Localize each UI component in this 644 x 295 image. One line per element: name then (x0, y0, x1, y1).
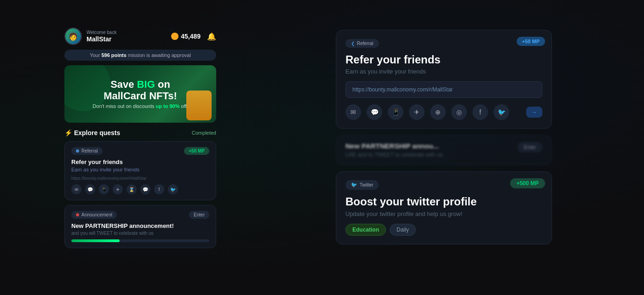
chat-share-icon[interactable]: 💬 (85, 184, 95, 194)
section-title: ⚡ Explore quests (64, 129, 120, 136)
chat-share-lg[interactable]: 💬 (367, 104, 382, 120)
mission-prefix: Your (90, 52, 100, 58)
referral-card-large[interactable]: ❮ Referral +50 MP Refer your friends Ear… (336, 30, 552, 129)
referral-title-small: Refer your friends (71, 159, 209, 165)
right-panel: ❮ Referral +50 MP Refer your friends Ear… (336, 30, 552, 244)
enter-button-small[interactable]: Enter (189, 211, 209, 219)
referral-url-display: https://bounty.mallconomy.com/r/MallStar (345, 81, 542, 98)
banner-on: on (158, 79, 170, 90)
whatsapp-share-lg[interactable]: 📱 (388, 104, 403, 120)
ann-tag-label: Announcement (81, 212, 112, 217)
overlay-sub: LRE and to TWEET to celebrate with us (345, 152, 443, 158)
welcome-block: Welcome back MallStar (86, 30, 116, 43)
coin-icon (171, 33, 178, 40)
twitter-tag: 🐦 Twitter (345, 180, 379, 190)
wechat-share-icon[interactable]: ⌛ (126, 184, 137, 194)
ann-tag-dot (76, 213, 79, 216)
banner-pct: up to 90% (156, 103, 180, 109)
share-icons-small: ✉ 💬 📱 ✈ ⌛ 💬 f 🐦 (71, 184, 209, 194)
twitter-share-lg[interactable]: 🐦 (494, 104, 509, 120)
referral-subtitle-small: Earn as you invite your friends (71, 167, 209, 172)
quest-card-header: Referral +50 MP (71, 147, 209, 155)
banner-subtitle: Don't miss out on discounts up to 90% of… (92, 103, 188, 109)
daily-tag: Daily (390, 224, 416, 236)
share-more-button[interactable]: → (526, 107, 542, 118)
messenger-share-lg[interactable]: ◎ (451, 104, 467, 120)
twitter-card-sub: Update your twitter profile and help us … (345, 210, 542, 217)
twitter-tags: Education Daily (345, 224, 542, 236)
twitter-tag-text: Twitter (360, 182, 373, 187)
tag-dot (76, 149, 79, 153)
avatar-image: 🧑 (65, 28, 81, 44)
announcement-card-small[interactable]: Announcement Enter New PARTNERSHIP annou… (64, 205, 216, 248)
section-completed: Completed (192, 130, 216, 136)
whatsapp-share-icon[interactable]: 📱 (99, 184, 109, 194)
mp-badge-large: +50 MP (517, 37, 545, 46)
twitter-card-title: Boost your twitter profile (345, 195, 542, 208)
mission-suffix: mission is awaiting approval (128, 52, 191, 58)
username-label: MallStar (86, 35, 116, 43)
referral-tag: Referral (71, 147, 103, 155)
email-share-icon[interactable]: ✉ (71, 184, 81, 194)
ann-title: New PARTNERSHIP announcement! (71, 222, 209, 229)
left-panel: 🧑 Welcome back MallStar 45,489 🔔 Your 59… (64, 28, 216, 253)
mission-bar: Your 596 points mission is awaiting appr… (64, 50, 216, 61)
ann-card-header: Announcement Enter (71, 211, 209, 219)
referral-quest-card-small[interactable]: Referral +50 MP Refer your friends Earn … (64, 141, 216, 200)
overlay-title: New PARTNERSHIP annou... (345, 142, 443, 150)
referral-title-large: Refer your friends (345, 53, 542, 66)
referral-tag-large: ❮ Referral (345, 39, 379, 48)
email-share-lg[interactable]: ✉ (345, 104, 361, 120)
coin-amount: 45,489 (181, 33, 201, 40)
banner-title: Save BIG on MallCard NFTs! (104, 79, 177, 101)
mission-points: 596 points (101, 52, 126, 58)
overlay-announcement-card: New PARTNERSHIP annou... LRE and to TWEE… (336, 135, 552, 165)
referral-tag-label: Referral (81, 148, 98, 153)
twitter-icon: 🐦 (351, 182, 357, 188)
referral-sub-large: Earn as you invite your friends (345, 68, 542, 75)
messenger-share-icon[interactable]: 💬 (140, 184, 150, 194)
banner-save: Save (110, 79, 134, 90)
referral-tag-text-large: Referral (357, 41, 374, 46)
wechat-share-lg[interactable]: ⊕ (430, 104, 446, 120)
promo-banner[interactable]: Save BIG on MallCard NFTs! Don't miss ou… (64, 65, 216, 123)
telegram-share-icon[interactable]: ✈ (113, 184, 123, 194)
progress-bar (71, 239, 209, 242)
referral-url-small: https://bounty.mallconomy.com/r/MallStar (71, 176, 209, 181)
banner-big: BIG (137, 79, 155, 90)
bell-icon[interactable]: 🔔 (207, 32, 216, 41)
enter-button-overlay[interactable]: Enter (518, 142, 542, 152)
section-header: ⚡ Explore quests Completed (64, 129, 216, 136)
announcement-tag: Announcement (71, 211, 117, 219)
facebook-share-lg[interactable]: f (472, 104, 488, 120)
user-info: 🧑 Welcome back MallStar (64, 28, 116, 45)
welcome-text: Welcome back (86, 30, 116, 35)
avatar: 🧑 (64, 28, 82, 45)
telegram-share-lg[interactable]: ✈ (409, 104, 425, 120)
progress-fill (71, 239, 120, 242)
mp-badge-small: +50 MP (184, 147, 209, 155)
ann-sub: and you will TWEET to celebrate with us (71, 231, 209, 236)
header-right: 45,489 🔔 (171, 32, 216, 41)
nft-image (186, 91, 212, 120)
education-tag: Education (345, 224, 386, 236)
twitter-share-icon[interactable]: 🐦 (168, 184, 178, 194)
header-bar: 🧑 Welcome back MallStar 45,489 🔔 (64, 28, 216, 45)
facebook-share-icon[interactable]: f (154, 184, 164, 194)
coins-display: 45,489 (171, 33, 201, 40)
banner-nft: MallCard NFTs! (104, 90, 177, 102)
twitter-card[interactable]: 🐦 Twitter +500 MP Boost your twitter pro… (336, 171, 552, 244)
mp-badge-twitter: +500 MP (510, 178, 545, 188)
share-icons-large: ✉ 💬 📱 ✈ ⊕ ◎ f 🐦 → (345, 104, 542, 120)
back-arrow-icon: ❮ (351, 41, 355, 46)
